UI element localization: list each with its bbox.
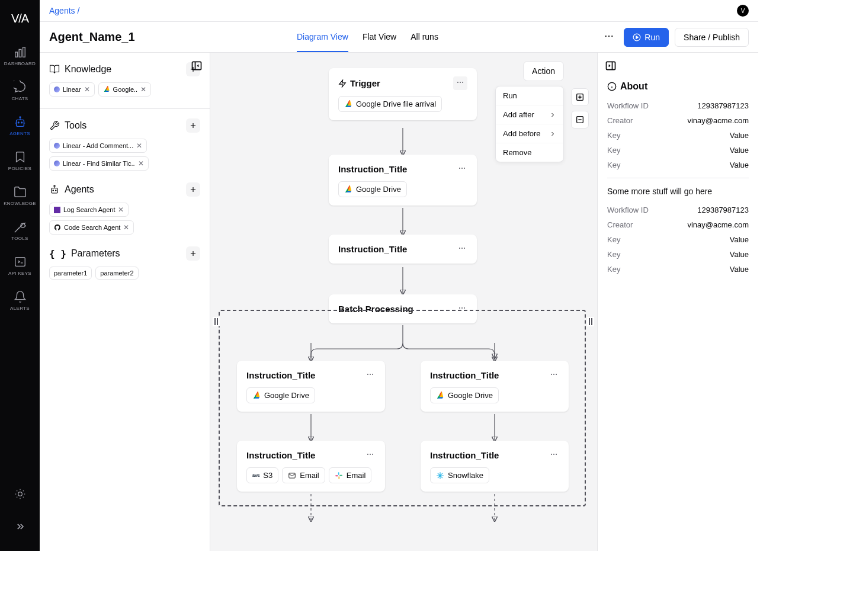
parameter-chip[interactable]: parameter1 [49,267,92,280]
sidebar-expand[interactable] [9,516,31,539]
node-instruction[interactable]: Instruction_Title [329,235,477,264]
svg-point-10 [608,36,610,37]
agents-section: Agents Log Search Agent✕ Code Search Age… [49,182,200,235]
svg-point-32 [464,168,465,169]
node-more-button[interactable] [453,76,467,90]
share-button[interactable]: Share / Publish [675,28,749,47]
nav-dashboard[interactable]: DASHBOARD [2,40,38,72]
nav-knowledge[interactable]: KNOWLEDGE [2,179,38,212]
plus-icon [189,185,197,194]
svg-rect-52 [335,475,338,476]
gdrive-icon [344,185,352,194]
svg-point-8 [18,492,22,496]
add-tool-button[interactable] [186,118,200,133]
node-more-button[interactable] [549,369,559,381]
more-horizontal-icon [550,370,558,378]
add-parameter-button[interactable] [186,246,200,261]
svg-point-42 [551,374,552,375]
svg-point-36 [459,307,460,309]
collapse-right-button[interactable] [605,60,617,73]
nav-tools[interactable]: TOOLS [2,214,38,247]
canvas[interactable]: Trigger Google Drive file arrival [210,53,597,551]
nav-agents[interactable]: AGENTS [2,110,38,142]
nav-alerts[interactable]: ALERTS [2,284,38,317]
node-pill: Snowflake [430,467,489,483]
node-pill: awsS3 [246,467,278,483]
meta-row: Workflow ID129387987123 [607,206,749,214]
batch-handle-right[interactable] [587,317,594,326]
tab-diagram[interactable]: Diagram View [297,23,348,52]
svg-point-37 [461,307,463,309]
zoom-in-button[interactable] [571,88,589,106]
tool-chip[interactable]: Linear - Find Similar Tic..✕ [49,156,149,171]
node-pill: Google Drive [430,387,499,403]
nav-label: ALERTS [10,306,30,311]
node-instruction[interactable]: Instruction_Title Snowflake [421,441,569,492]
svg-point-54 [553,454,554,455]
svg-point-41 [372,374,373,375]
node-more-button[interactable] [549,449,559,461]
svg-point-40 [370,374,371,375]
action-menu-add-before[interactable]: Add before [496,124,563,143]
page-title: Agent_Name_1 [49,30,135,44]
node-pill: Email [329,467,372,483]
more-horizontal-icon [366,450,374,458]
zoom-toolbar [571,61,589,129]
node-pill: Google Drive [246,387,315,403]
bookmark-icon [14,150,27,163]
more-horizontal-icon [456,78,464,86]
action-button[interactable]: Action [523,61,564,81]
remove-chip-icon[interactable]: ✕ [138,159,144,168]
agent-chip[interactable]: Code Search Agent✕ [49,220,134,235]
node-instruction[interactable]: Instruction_Title awsS3 Email Email [237,441,385,492]
linear-icon [54,143,60,149]
collapse-left-button[interactable] [191,60,203,73]
node-more-button[interactable] [365,449,376,461]
nav-policies[interactable]: POLICIES [2,145,38,177]
breadcrumb-sep: / [77,6,79,15]
remove-chip-icon[interactable]: ✕ [123,223,129,232]
gdrive-icon [252,392,261,400]
svg-point-4 [18,122,19,123]
add-agent-button[interactable] [186,182,200,197]
tab-allruns[interactable]: All runs [411,23,438,52]
node-more-button[interactable] [457,243,467,255]
bell-icon [14,290,27,303]
knowledge-chip[interactable]: Linear✕ [49,82,95,97]
more-button[interactable] [600,27,618,47]
node-instruction[interactable]: Instruction_Title Google Drive [329,155,477,206]
agent-chip[interactable]: Log Search Agent✕ [49,203,129,217]
zoom-out-button[interactable] [571,111,589,129]
info-icon [607,82,617,91]
avatar[interactable]: V [737,5,749,17]
nav-label: KNOWLEDGE [4,201,36,206]
node-pill: Email [282,467,325,483]
node-more-button[interactable] [457,163,467,175]
knowledge-section: Knowledge Linear✕ Google..✕ [49,62,200,97]
section-title-label: Parameters [71,248,120,259]
nav-chats[interactable]: CHATS [2,75,38,107]
tool-chip[interactable]: Linear - Add Comment...✕ [49,139,147,153]
nav-label: TOOLS [11,236,28,241]
nav-apikeys[interactable]: API KEYS [2,249,38,282]
theme-toggle[interactable] [9,483,31,506]
knowledge-chip[interactable]: Google..✕ [98,82,152,97]
remove-chip-icon[interactable]: ✕ [140,85,146,94]
node-trigger[interactable]: Trigger Google Drive file arrival [329,68,477,120]
robot-small-icon [49,184,60,195]
remove-chip-icon[interactable]: ✕ [118,206,124,214]
parameter-chip[interactable]: parameter2 [95,267,138,280]
run-button[interactable]: Run [624,28,669,47]
tab-flat[interactable]: Flat View [363,23,396,52]
remove-chip-icon[interactable]: ✕ [136,142,142,150]
action-menu-remove[interactable]: Remove [496,143,563,162]
node-more-button[interactable] [365,369,376,381]
action-menu-run[interactable]: Run [496,86,563,105]
node-instruction[interactable]: Instruction_Title Google Drive [421,361,569,412]
remove-chip-icon[interactable]: ✕ [84,85,90,94]
action-menu-add-after[interactable]: Add after [496,105,563,124]
node-instruction[interactable]: Instruction_Title Google Drive [237,361,385,412]
svg-point-11 [611,36,613,37]
batch-handle-left[interactable] [213,317,220,326]
breadcrumb-link[interactable]: Agents [49,6,75,15]
